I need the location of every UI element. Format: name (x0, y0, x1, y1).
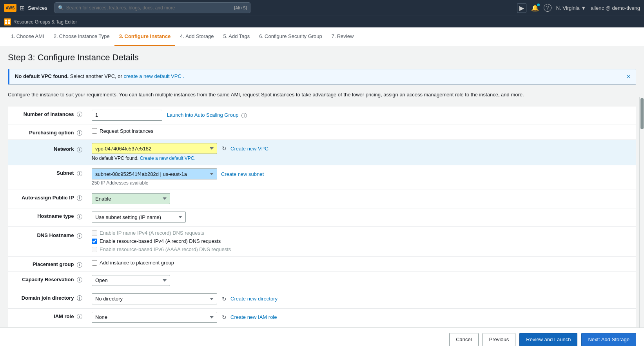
label-dns-hostname: DNS Hostname i (8, 227, 86, 257)
label-domain: Domain join directory i (8, 290, 86, 308)
dns2-label[interactable]: Enable resource-based IPv4 (A record) DN… (92, 238, 631, 244)
step-6-security-group[interactable]: 6. Configure Security Group (254, 27, 327, 46)
info-placement[interactable]: i (77, 262, 82, 268)
info-subnet[interactable]: i (77, 171, 82, 176)
placement-group-checkbox[interactable] (92, 260, 97, 266)
auto-scaling-link[interactable]: Launch into Auto Scaling Group (167, 112, 239, 118)
info-public-ip[interactable]: i (77, 195, 82, 201)
grid-icon[interactable]: ⊞ (20, 4, 25, 12)
domain-refresh-icon[interactable]: ↻ (222, 296, 227, 302)
label-capacity: Capacity Reservation i (8, 271, 86, 290)
num-instances-input[interactable] (92, 110, 162, 121)
dns3-checkbox (92, 247, 97, 252)
svg-rect-3 (8, 22, 10, 24)
label-subnet: Subnet i (8, 165, 86, 190)
scrollbar[interactable] (639, 97, 644, 332)
info-purchasing[interactable]: i (77, 130, 82, 136)
value-dns-hostname: Enable IP name IPv4 (A record) DNS reque… (86, 227, 636, 257)
region-selector[interactable]: N. Virginia ▼ (556, 5, 586, 11)
network-refresh-icon[interactable]: ↻ (222, 145, 227, 152)
cloud-shell-icon[interactable]: ▶ (517, 3, 526, 13)
svg-rect-2 (5, 22, 7, 24)
create-new-vpc-link[interactable]: Create new VPC (230, 146, 268, 152)
previous-button[interactable]: Previous (483, 333, 516, 346)
page-content: Step 3: Configure Instance Details No de… (0, 46, 644, 351)
value-purchasing: Request Spot instances (86, 125, 636, 140)
form-row-hostname: Hostname type i Use subnet setting (IP n… (8, 208, 636, 227)
label-iam: IAM role i (8, 308, 86, 327)
create-default-vpc-link[interactable]: create a new default VPC . (123, 73, 184, 79)
resource-group-icon (4, 18, 11, 25)
notification-dot (537, 4, 540, 6)
public-ip-select[interactable]: Enable (92, 193, 170, 204)
step-2-choose-instance[interactable]: 2. Choose Instance Type (49, 27, 114, 46)
user-menu[interactable]: allenc @ demo-tlveng (591, 5, 640, 11)
no-default-vpc-alert: No default VPC found. Select another VPC… (8, 69, 636, 85)
scrollbar-thumb[interactable] (640, 98, 644, 129)
info-auto-scaling[interactable]: i (241, 113, 247, 118)
review-launch-button[interactable]: Review and Launch (519, 333, 577, 346)
info-hostname[interactable]: i (77, 214, 82, 219)
spot-instances-label[interactable]: Request Spot instances (92, 128, 631, 134)
iam-refresh-icon[interactable]: ↻ (222, 314, 227, 320)
spot-instances-checkbox[interactable] (92, 128, 97, 134)
form-row-iam: IAM role i None ↻ Create new IAM role (8, 308, 636, 327)
page-description: Configure the instance to suit your requ… (8, 91, 636, 99)
form-row-subnet: Subnet i subnet-08c952541f4ab282d | us-e… (8, 165, 636, 190)
value-hostname: Use subnet setting (IP name) (86, 208, 636, 227)
value-public-ip: Enable (86, 190, 636, 208)
bottom-action-bar: Cancel Previous Review and Launch Next: … (0, 327, 644, 351)
services-nav-label[interactable]: Services (28, 5, 47, 11)
page-title: Step 3: Configure Instance Details (8, 52, 636, 63)
help-icon[interactable]: ? (544, 4, 551, 12)
value-domain: No directory ↻ Create new directory (86, 290, 636, 308)
notifications-bell[interactable]: 🔔 (531, 4, 539, 12)
alert-rest: Select another VPC, or (70, 73, 124, 79)
capacity-select[interactable]: Open (92, 275, 170, 286)
next-add-storage-button[interactable]: Next: Add Storage (581, 333, 636, 346)
create-default-vpc-sub-link[interactable]: Create a new default VPC. (140, 156, 196, 161)
alert-message: No default VPC found. Select another VPC… (15, 73, 184, 79)
info-iam[interactable]: i (77, 314, 82, 319)
label-num-instances: Number of instances i (8, 107, 86, 125)
domain-select[interactable]: No directory (92, 293, 217, 304)
wizard-steps: 1. Choose AMI 2. Choose Instance Type 3.… (0, 27, 644, 46)
value-network: vpc-0474064fc537e5182 ↻ Create new VPC N… (86, 140, 636, 165)
alert-bold: No default VPC found. (15, 73, 69, 79)
create-new-subnet-link[interactable]: Create new subnet (221, 171, 264, 177)
hostname-select[interactable]: Use subnet setting (IP name) (92, 212, 186, 223)
ip-available-text: 250 IP Addresses available (92, 180, 631, 186)
network-select[interactable]: vpc-0474064fc537e5182 (92, 143, 217, 154)
label-public-ip: Auto-assign Public IP i (8, 190, 86, 208)
dns3-label: Enable resource-based IPv6 (AAAA record)… (92, 246, 631, 252)
form-row-num-instances: Number of instances i Launch into Auto S… (8, 107, 636, 125)
step-4-add-storage[interactable]: 4. Add Storage (175, 27, 218, 46)
step-7-review[interactable]: 7. Review (327, 27, 358, 46)
iam-select[interactable]: None (92, 312, 217, 323)
label-placement: Placement group i (8, 257, 86, 272)
info-capacity[interactable]: i (77, 277, 82, 282)
info-domain[interactable]: i (77, 295, 82, 301)
create-new-iam-link[interactable]: Create new IAM role (230, 314, 277, 320)
cancel-button[interactable]: Cancel (449, 333, 478, 346)
form-row-capacity: Capacity Reservation i Open (8, 271, 636, 290)
form-row-placement: Placement group i Add instance to placem… (8, 257, 636, 272)
search-input[interactable] (66, 5, 231, 11)
placement-group-label[interactable]: Add instance to placement group (92, 260, 631, 266)
value-capacity: Open (86, 271, 636, 290)
configure-instance-form: Number of instances i Launch into Auto S… (8, 107, 636, 327)
network-sub-alert: No default VPC found. Create a new defau… (92, 156, 631, 161)
info-dns-hostname[interactable]: i (77, 233, 82, 239)
value-num-instances: Launch into Auto Scaling Group i (86, 107, 636, 125)
dns2-checkbox[interactable] (92, 239, 97, 244)
step-3-configure-instance[interactable]: 3. Configure Instance (114, 27, 176, 46)
info-num-instances[interactable]: i (77, 112, 82, 117)
label-hostname: Hostname type i (8, 208, 86, 227)
create-new-directory-link[interactable]: Create new directory (230, 296, 278, 302)
alert-close-button[interactable]: × (627, 73, 630, 80)
search-bar[interactable]: 🔍 [Alt+S] (54, 2, 250, 13)
step-5-add-tags[interactable]: 5. Add Tags (218, 27, 254, 46)
info-network[interactable]: i (77, 147, 82, 152)
subnet-select[interactable]: subnet-08c952541f4ab282d | us-east-1a (92, 168, 217, 179)
step-1-choose-ami[interactable]: 1. Choose AMI (6, 27, 49, 46)
